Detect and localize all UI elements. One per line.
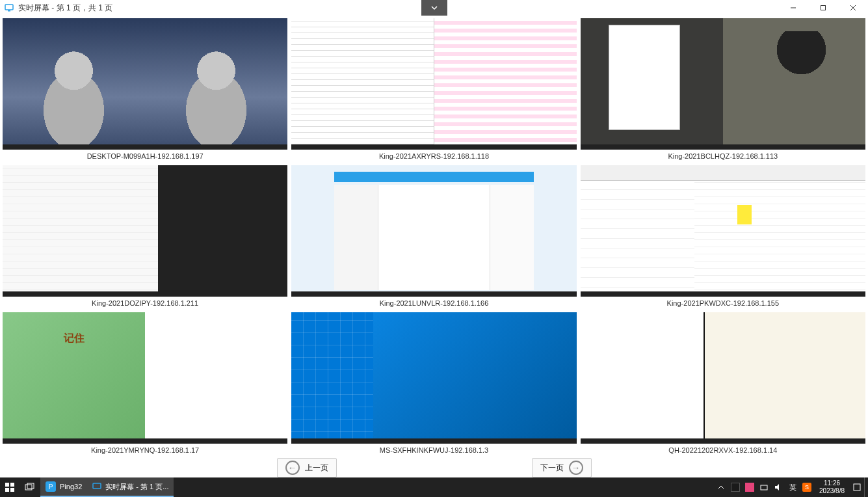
svg-rect-0	[5, 5, 13, 10]
screen-thumbnail[interactable]	[3, 165, 287, 297]
screen-cell: King-2021DOZIPY-192.168.1.211	[3, 165, 287, 308]
taskbar-app-ping32[interactable]: P Ping32	[40, 477, 87, 497]
tray-volume-icon[interactable]	[771, 477, 785, 497]
svg-rect-12	[854, 484, 860, 490]
show-desktop-button[interactable]	[864, 477, 868, 497]
screen-label: MS-SXFHKINKFWUJ-192.168.1.3	[291, 444, 576, 455]
svg-rect-11	[761, 485, 767, 490]
screen-cell: MS-SXFHKINKFWUJ-192.168.1.3	[291, 312, 576, 455]
screen-cell: DESKTOP-M099A1H-192.168.1.197	[3, 18, 287, 161]
screen-cell: 记住 King-2021YMRYNQ-192.168.1.17	[3, 312, 287, 455]
dropdown-toggle-button[interactable]	[421, 0, 447, 16]
screen-label: King-2021DOZIPY-192.168.1.211	[3, 297, 287, 308]
pagination: ← 上一页 下一页 →	[0, 458, 868, 477]
taskbar-app-realtime[interactable]: 实时屏幕 - 第 1 页...	[87, 477, 174, 497]
taskbar-app-label: 实时屏幕 - 第 1 页...	[105, 482, 168, 492]
svg-rect-8	[25, 485, 32, 490]
svg-rect-4	[5, 483, 9, 487]
prev-label: 上一页	[305, 463, 328, 474]
tray-app-icon[interactable]	[728, 477, 743, 497]
screen-label: King-2021YMRYNQ-192.168.1.17	[3, 444, 287, 455]
svg-rect-9	[27, 483, 34, 489]
clock-time: 11:26	[819, 479, 845, 487]
task-view-button[interactable]	[20, 477, 40, 497]
screen-thumbnail[interactable]	[581, 312, 865, 444]
tray-ime-indicator[interactable]: 英	[785, 477, 800, 497]
app-icon	[4, 3, 14, 13]
tray-sogou-icon[interactable]: S	[800, 477, 814, 497]
screen-thumbnail[interactable]	[3, 18, 287, 150]
close-button[interactable]	[838, 0, 868, 16]
svg-rect-3	[821, 6, 826, 10]
svg-rect-7	[10, 488, 14, 492]
screen-label: King-2021AXRYRS-192.168.1.118	[291, 150, 576, 161]
arrow-left-icon: ←	[285, 461, 300, 475]
svg-rect-1	[8, 10, 10, 12]
screen-thumbnail[interactable]	[291, 312, 576, 444]
clock-date: 2023/8/8	[819, 487, 845, 495]
window-controls	[778, 0, 868, 16]
tray-app-icon[interactable]	[743, 477, 757, 497]
screen-grid: DESKTOP-M099A1H-192.168.1.197 King-2021A…	[0, 16, 868, 458]
screen-label: King-2021PKWDXC-192.168.1.155	[581, 297, 865, 308]
screen-thumbnail[interactable]	[291, 18, 576, 150]
screen-label: King-2021BCLHQZ-192.168.1.113	[581, 150, 865, 161]
start-button[interactable]	[0, 477, 20, 497]
notification-center-button[interactable]	[850, 477, 864, 497]
screen-cell: King-2021PKWDXC-192.168.1.155	[581, 165, 865, 308]
next-label: 下一页	[540, 463, 564, 474]
screen-label: King-2021LUNVLR-192.168.1.166	[291, 297, 576, 308]
next-page-button[interactable]: 下一页 →	[532, 458, 592, 477]
screen-thumbnail[interactable]: 记住	[3, 312, 287, 444]
svg-rect-10	[93, 483, 101, 489]
ime-label: 英	[789, 483, 796, 492]
screen-thumbnail[interactable]	[581, 18, 865, 150]
screen-cell: King-2021LUNVLR-192.168.1.166	[291, 165, 576, 308]
screen-label: DESKTOP-M099A1H-192.168.1.197	[3, 150, 287, 161]
screen-cell: QH-20221202RXVX-192.168.1.14	[581, 312, 865, 455]
titlebar: 实时屏幕 - 第 1 页，共 1 页	[0, 0, 868, 16]
tray-overflow-icon[interactable]	[714, 477, 728, 497]
svg-rect-6	[5, 488, 9, 492]
screen-thumbnail[interactable]	[581, 165, 865, 297]
taskbar-app-label: Ping32	[60, 483, 82, 490]
thumb-text: 记住	[3, 332, 145, 345]
screen-label: QH-20221202RXVX-192.168.1.14	[581, 444, 865, 455]
minimize-button[interactable]	[778, 0, 808, 16]
system-tray: 英 S 11:26 2023/8/8	[714, 477, 868, 497]
screen-thumbnail[interactable]	[291, 165, 576, 297]
tray-network-icon[interactable]	[757, 477, 771, 497]
arrow-right-icon: →	[569, 461, 583, 475]
prev-page-button[interactable]: ← 上一页	[277, 458, 337, 477]
svg-rect-5	[10, 483, 14, 487]
screen-cell: King-2021AXRYRS-192.168.1.118	[291, 18, 576, 161]
screen-cell: King-2021BCLHQZ-192.168.1.113	[581, 18, 865, 161]
taskbar-clock[interactable]: 11:26 2023/8/8	[814, 479, 850, 495]
maximize-button[interactable]	[808, 0, 838, 16]
taskbar: P Ping32 实时屏幕 - 第 1 页... 英 S 11:26 2023/…	[0, 477, 868, 497]
window-title: 实时屏幕 - 第 1 页，共 1 页	[18, 3, 112, 14]
